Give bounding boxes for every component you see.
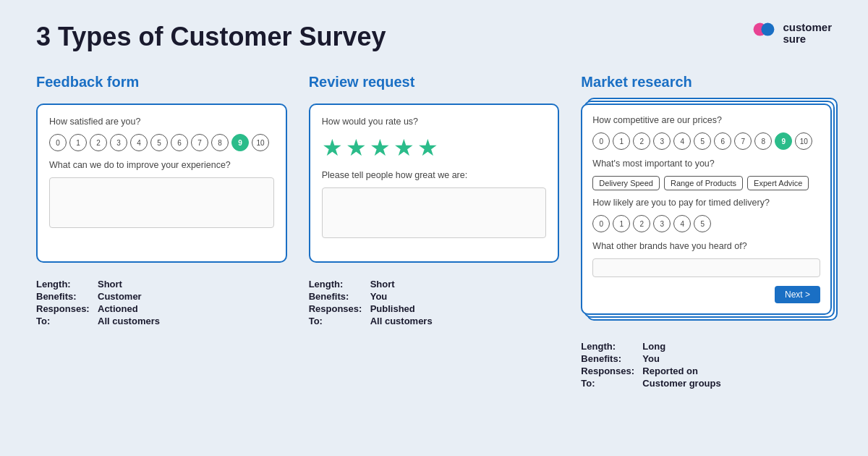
star-2[interactable]: ★ <box>346 134 367 161</box>
rating-7[interactable]: 7 <box>191 134 208 151</box>
mrating-0[interactable]: 0 <box>592 132 610 150</box>
mrating-10[interactable]: 10 <box>795 132 812 150</box>
review-q1: How would you rate us? <box>322 117 547 127</box>
stat-label: Length: <box>36 279 98 290</box>
review-textarea[interactable] <box>322 187 547 238</box>
feedback-title: Feedback form <box>36 74 287 90</box>
stat-row: To: Customer groups <box>581 378 832 389</box>
mrating-2[interactable]: 2 <box>633 132 650 150</box>
stat-value: Long <box>642 341 665 352</box>
stat-row: Length: Short <box>309 279 560 290</box>
stat-row: Benefits: Customer <box>36 291 287 302</box>
stat-label: Benefits: <box>581 353 642 364</box>
feedback-stats: Length: Short Benefits: Customer Respons… <box>36 279 287 328</box>
stat-value: Customer <box>98 291 142 302</box>
feedback-q2: What can we do to improve your experienc… <box>49 160 274 170</box>
rating-5[interactable]: 5 <box>150 134 168 151</box>
mrating-8[interactable]: 8 <box>754 132 772 150</box>
stat-row: Length: Long <box>581 341 832 352</box>
rating-10[interactable]: 10 <box>252 134 269 151</box>
mrating-3[interactable]: 3 <box>653 132 671 150</box>
rating-8[interactable]: 8 <box>211 134 229 151</box>
stat-value: Reported on <box>642 366 698 376</box>
feedback-column: Feedback form How satisfied are you? 0 1… <box>36 74 287 328</box>
stat-value: You <box>642 353 660 364</box>
market-card: How competitive are our prices? 0 1 2 3 … <box>581 104 832 315</box>
market-q4: What other brands have you heard of? <box>592 241 820 251</box>
columns-container: Feedback form How satisfied are you? 0 1… <box>36 74 832 390</box>
feedback-textarea[interactable] <box>49 177 274 228</box>
market-ratings2: 0 1 2 3 4 5 <box>592 215 820 232</box>
logo: customer sure <box>751 20 832 46</box>
stat-label: Length: <box>309 279 370 290</box>
market-card-stack: How competitive are our prices? 0 1 2 3 … <box>581 104 832 315</box>
stat-label: To: <box>309 316 370 326</box>
stat-label: Responses: <box>309 303 370 314</box>
tag-expert-advice[interactable]: Expert Advice <box>747 176 809 190</box>
mrating2-3[interactable]: 3 <box>653 215 671 232</box>
market-text-input[interactable] <box>592 258 820 277</box>
review-title: Review request <box>309 74 560 90</box>
mrating-4[interactable]: 4 <box>673 132 691 150</box>
tag-delivery-speed[interactable]: Delivery Speed <box>592 176 660 190</box>
stat-label: Benefits: <box>309 291 370 302</box>
mrating-5[interactable]: 5 <box>694 132 711 150</box>
logo-line2: sure <box>783 33 832 46</box>
market-q3: How likely are you to pay for timed deli… <box>592 198 820 208</box>
stat-value: You <box>370 291 388 302</box>
stat-label: To: <box>36 316 98 326</box>
logo-icon <box>751 20 777 46</box>
stat-label: To: <box>581 378 642 389</box>
stat-row: Responses: Actioned <box>36 303 287 314</box>
mrating-1[interactable]: 1 <box>613 132 630 150</box>
page: customer sure 3 Types of Customer Survey… <box>0 0 868 456</box>
stat-value: All customers <box>370 316 433 326</box>
logo-line1: customer <box>783 22 832 34</box>
stat-row: To: All customers <box>309 316 560 326</box>
feedback-card: How satisfied are you? 0 1 2 3 4 5 6 7 8… <box>36 104 287 263</box>
stat-label: Length: <box>581 341 642 352</box>
star-3[interactable]: ★ <box>370 134 391 161</box>
rating-4[interactable]: 4 <box>130 134 148 151</box>
mrating-9[interactable]: 9 <box>775 132 792 150</box>
star-5[interactable]: ★ <box>417 134 438 161</box>
mrating2-1[interactable]: 1 <box>613 215 630 232</box>
market-q2: What's most important to you? <box>592 159 820 169</box>
stat-row: Responses: Reported on <box>581 366 832 376</box>
feedback-ratings: 0 1 2 3 4 5 6 7 8 9 10 <box>49 134 274 151</box>
tag-range-products[interactable]: Range of Products <box>664 176 743 190</box>
stat-row: To: All customers <box>36 316 287 326</box>
stat-value: Short <box>98 279 122 290</box>
review-column: Review request How would you rate us? ★ … <box>309 74 560 328</box>
mrating2-4[interactable]: 4 <box>673 215 691 232</box>
stat-row: Benefits: You <box>309 291 560 302</box>
mrating2-2[interactable]: 2 <box>633 215 650 232</box>
review-q2: Please tell people how great we are: <box>322 170 547 180</box>
stat-value: Customer groups <box>642 378 720 389</box>
star-4[interactable]: ★ <box>393 134 414 161</box>
market-q1: How competitive are our prices? <box>592 115 820 125</box>
market-tags: Delivery Speed Range of Products Expert … <box>592 176 820 190</box>
market-stats: Length: Long Benefits: You Responses: Re… <box>581 341 832 390</box>
stat-row: Length: Short <box>36 279 287 290</box>
stat-value: Actioned <box>98 303 138 314</box>
rating-0[interactable]: 0 <box>49 134 67 151</box>
stat-row: Responses: Published <box>309 303 560 314</box>
page-title: 3 Types of Customer Survey <box>36 22 832 52</box>
stat-value: Short <box>370 279 395 290</box>
mrating2-0[interactable]: 0 <box>592 215 610 232</box>
rating-9[interactable]: 9 <box>231 134 249 151</box>
mrating-7[interactable]: 7 <box>734 132 752 150</box>
stat-value: All customers <box>98 316 160 326</box>
logo-text: customer sure <box>783 22 832 46</box>
mrating2-5[interactable]: 5 <box>694 215 711 232</box>
star-1[interactable]: ★ <box>322 134 343 161</box>
rating-3[interactable]: 3 <box>110 134 127 151</box>
next-button[interactable]: Next > <box>775 286 820 303</box>
market-column: Market research How competitive are our … <box>581 74 832 390</box>
mrating-6[interactable]: 6 <box>714 132 731 150</box>
review-stats: Length: Short Benefits: You Responses: P… <box>309 279 560 328</box>
rating-1[interactable]: 1 <box>69 134 87 151</box>
rating-6[interactable]: 6 <box>171 134 188 151</box>
rating-2[interactable]: 2 <box>90 134 107 151</box>
